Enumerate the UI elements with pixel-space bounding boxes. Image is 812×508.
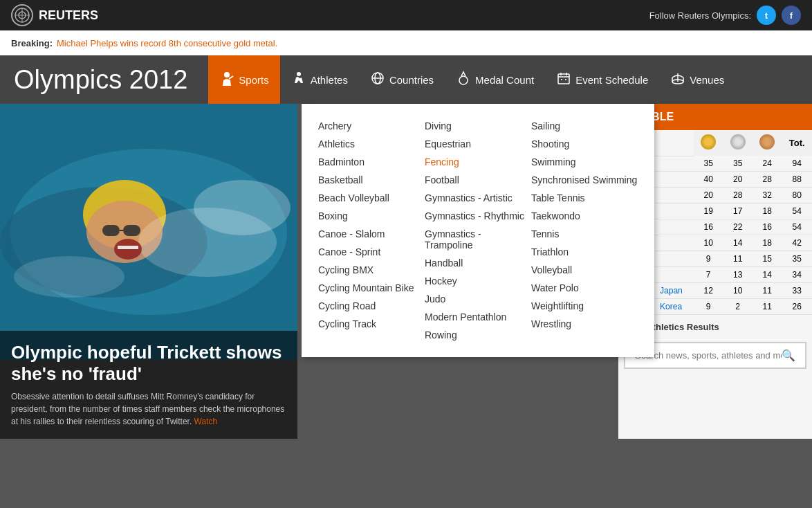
dropdown-columns: ArcheryAthleticsBadmintonBasketballBeach…	[318, 118, 638, 343]
dropdown-item[interactable]: Cycling Track	[318, 316, 425, 332]
sports-icon	[219, 71, 234, 89]
silver-medal-icon	[730, 134, 746, 149]
korea-total: 26	[782, 299, 812, 315]
bronze-cell: 18	[753, 203, 782, 219]
bronze-cell: 16	[753, 219, 782, 235]
silver-cell: 14	[723, 235, 753, 251]
bronze-cell: 32	[753, 188, 782, 203]
dropdown-item[interactable]: Football	[425, 172, 531, 188]
gold-cell: 7	[694, 267, 723, 283]
dropdown-item[interactable]: Boxing	[318, 208, 425, 224]
silver-cell: 22	[723, 219, 753, 235]
nav-item-venues[interactable]: Venues	[659, 55, 735, 104]
bronze-cell: 24	[753, 156, 782, 172]
athletes-icon	[291, 71, 306, 89]
nav-item-event-schedule[interactable]: Event Schedule	[545, 55, 659, 104]
dropdown-item[interactable]: Archery	[318, 118, 425, 134]
countries-label: Countries	[389, 74, 434, 86]
breaking-text[interactable]: Michael Phelps wins record 8th consecuti…	[57, 38, 277, 48]
dropdown-item[interactable]: Triathlon	[531, 244, 638, 260]
dropdown-item[interactable]: Shooting	[531, 136, 638, 152]
dropdown-item[interactable]: Weightlifting	[531, 298, 638, 314]
nav-item-sports[interactable]: Sports	[208, 55, 279, 104]
col-total: Tot.	[782, 130, 812, 156]
dropdown-item[interactable]: Judo	[425, 291, 531, 307]
gold-cell: 16	[694, 219, 723, 235]
dropdown-col-1: ArcheryAthleticsBadmintonBasketballBeach…	[318, 118, 425, 343]
search-button[interactable]: 🔍	[782, 349, 795, 362]
dropdown-item[interactable]: Fencing	[425, 154, 531, 170]
bronze-cell: 15	[753, 251, 782, 267]
gold-cell: 9	[694, 251, 723, 267]
silver-cell: 11	[723, 251, 753, 267]
reuters-logo-icon	[11, 4, 33, 26]
dropdown-item[interactable]: Modern Pentathlon	[425, 309, 531, 325]
follow-label: Follow Reuters Olympics:	[649, 10, 751, 21]
dropdown-item[interactable]: Cycling BMX	[318, 262, 425, 278]
nav-item-athletes[interactable]: Athletes	[280, 55, 359, 104]
japan-bronze: 11	[753, 283, 782, 299]
dropdown-item[interactable]: Rowing	[425, 327, 531, 343]
gold-cell: 19	[694, 203, 723, 219]
athletes-label: Athletes	[311, 74, 348, 86]
nav-item-medal-count[interactable]: Medal Count	[445, 55, 545, 104]
dropdown-item[interactable]: Volleyball	[531, 262, 638, 278]
dropdown-item[interactable]: Athletics	[318, 136, 425, 152]
twitter-button[interactable]: t	[757, 6, 776, 25]
main-header: Olympics 2012 Sports Athletes	[0, 55, 812, 104]
dropdown-item[interactable]: Cycling Mountain Bike	[318, 280, 425, 296]
dropdown-item[interactable]: Diving	[425, 118, 531, 134]
nav-item-countries[interactable]: Countries	[359, 55, 445, 104]
swimmer-overlay: Olympic hopeful Trickett shows she's no …	[0, 331, 297, 439]
watch-link[interactable]: Watch	[194, 417, 218, 426]
medal-count-icon	[456, 71, 471, 89]
korea-gold: 9	[694, 299, 723, 315]
search-input[interactable]	[635, 350, 782, 361]
silver-cell: 35	[723, 156, 753, 172]
dropdown-item[interactable]: Equestrian	[425, 136, 531, 152]
dropdown-item[interactable]: Gymnastics - Artistic	[425, 190, 531, 206]
dropdown-item[interactable]: Gymnastics - Trampoline	[425, 226, 531, 253]
dropdown-item[interactable]: Cycling Road	[318, 298, 425, 314]
breaking-label: Breaking:	[11, 38, 53, 48]
col-gold	[694, 130, 723, 156]
story-description: Obsessive attention to detail suffuses M…	[11, 390, 286, 428]
dropdown-item[interactable]: Sailing	[531, 118, 638, 134]
dropdown-item[interactable]: Basketball	[318, 172, 425, 188]
dropdown-item[interactable]: Synchronised Swimming	[531, 172, 638, 188]
venues-icon	[670, 71, 685, 89]
dropdown-col-3: SailingShootingSwimmingSynchronised Swim…	[531, 118, 638, 343]
svg-line-5	[229, 76, 233, 79]
dropdown-item[interactable]: Hockey	[425, 273, 531, 289]
facebook-button[interactable]: f	[782, 6, 801, 25]
dropdown-item[interactable]: Canoe - Sprint	[318, 244, 425, 260]
dropdown-item[interactable]: Table Tennis	[531, 190, 638, 206]
col-bronze	[753, 130, 782, 156]
col-silver	[723, 130, 753, 156]
silver-cell: 28	[723, 188, 753, 203]
sports-dropdown: ArcheryAthleticsBadmintonBasketballBeach…	[302, 104, 654, 357]
title-bold: Olympics	[14, 65, 122, 94]
svg-point-30	[194, 180, 290, 235]
dropdown-item[interactable]: Beach Volleyball	[318, 190, 425, 206]
dropdown-item[interactable]: Swimming	[531, 154, 638, 170]
silver-cell: 13	[723, 267, 753, 283]
svg-rect-26	[102, 225, 120, 236]
svg-point-6	[297, 72, 301, 76]
nav-bar: Sports Athletes Countries	[208, 55, 735, 104]
dropdown-item[interactable]: Tennis	[531, 226, 638, 242]
svg-rect-27	[123, 225, 140, 236]
dropdown-col-2: DivingEquestrianFencingFootballGymnastic…	[425, 118, 531, 343]
dropdown-item[interactable]: Badminton	[318, 154, 425, 170]
total-cell: 88	[782, 172, 812, 188]
dropdown-item[interactable]: Taekwondo	[531, 208, 638, 224]
gold-cell: 10	[694, 235, 723, 251]
reuters-logo: REUTERS	[11, 4, 98, 26]
dropdown-item[interactable]: Canoe - Slalom	[318, 226, 425, 242]
event-schedule-label: Event Schedule	[575, 74, 648, 86]
dropdown-item[interactable]: Water Polo	[531, 280, 638, 296]
dropdown-item[interactable]: Wrestling	[531, 316, 638, 332]
korea-silver: 2	[723, 299, 753, 315]
dropdown-item[interactable]: Handball	[425, 255, 531, 271]
dropdown-item[interactable]: Gymnastics - Rhythmic	[425, 208, 531, 224]
